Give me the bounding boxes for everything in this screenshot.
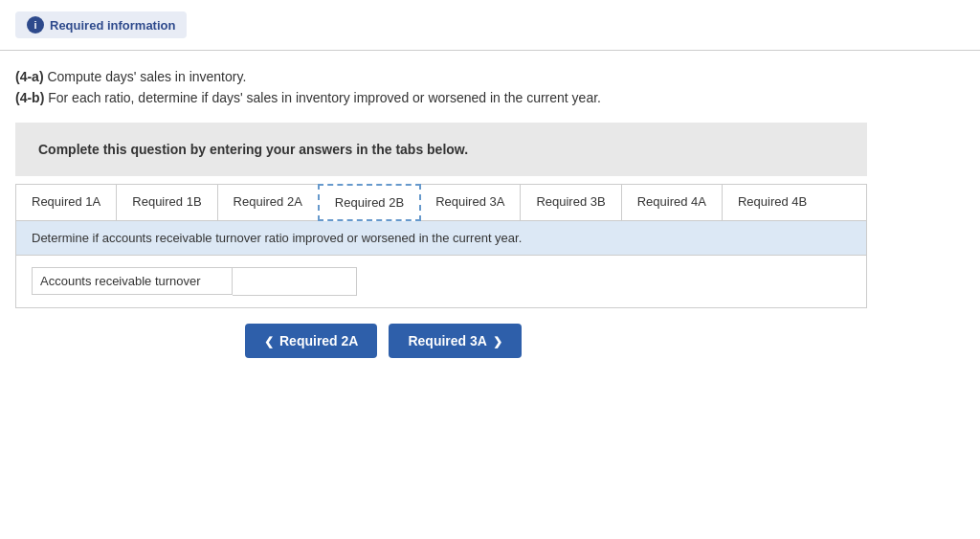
instruction-text: Complete this question by entering your … [38,142,844,157]
tabs-container: Required 1A Required 1B Required 2A Requ… [15,184,867,308]
tab-required-2b[interactable]: Required 2B [318,184,421,221]
tab-required-4a[interactable]: Required 4A [622,185,723,220]
tab-description: Determine if accounts receivable turnove… [16,221,866,256]
intro-line2-bold: (4-b) [15,90,44,105]
tab-required-3b[interactable]: Required 3B [521,185,621,220]
prev-button[interactable]: Required 2A [245,324,377,358]
next-button-label: Required 3A [408,333,486,348]
input-label: Accounts receivable turnover [32,267,233,295]
tab-required-1b[interactable]: Required 1B [117,185,217,220]
tab-required-1a[interactable]: Required 1A [16,185,117,220]
intro-line2-text: For each ratio, determine if days' sales… [44,90,601,105]
intro-line1: (4-a) Compute days' sales in inventory. [15,66,965,87]
next-chevron-icon [493,333,502,348]
main-content: (4-a) Compute days' sales in inventory. … [0,51,980,389]
intro-text: (4-a) Compute days' sales in inventory. … [15,66,965,109]
intro-line1-bold: (4-a) [15,69,44,84]
next-button[interactable]: Required 3A [389,324,521,358]
tab-required-2a[interactable]: Required 2A [218,185,319,220]
info-icon: i [27,16,44,34]
input-row: Accounts receivable turnover [16,256,866,307]
intro-line2: (4-b) For each ratio, determine if days'… [15,87,965,108]
top-bar: i Required information [0,0,980,51]
tabs-row: Required 1A Required 1B Required 2A Requ… [16,185,866,221]
tab-content: Determine if accounts receivable turnove… [16,221,866,307]
prev-button-label: Required 2A [279,333,358,348]
nav-buttons: Required 2A Required 3A [15,308,965,373]
tab-required-4b[interactable]: Required 4B [723,185,822,220]
required-info-badge: i Required information [15,11,187,38]
tab-required-3a[interactable]: Required 3A [420,185,521,220]
instruction-box: Complete this question by entering your … [15,123,867,176]
accounts-receivable-input[interactable] [233,267,357,296]
intro-line1-text: Compute days' sales in inventory. [44,69,247,84]
prev-chevron-icon [264,333,274,348]
required-info-label: Required information [50,18,175,33]
